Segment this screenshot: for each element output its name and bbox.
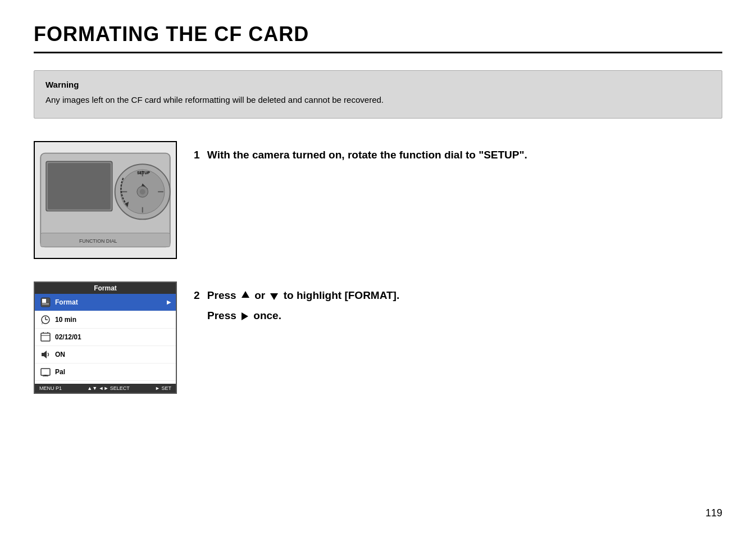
- svg-text:SETUP: SETUP: [137, 170, 150, 174]
- menu-icon-0: [39, 296, 52, 308]
- menu-icon-4: [39, 366, 52, 378]
- or-text: or: [254, 289, 268, 301]
- menu-footer: MENU P1 ▲▼ ◄► SELECT ► SET: [35, 384, 176, 393]
- menu-arrow-0: ▶: [167, 299, 171, 305]
- step-2-press-label: Press: [207, 289, 239, 301]
- page-title: FORMATING THE CF CARD: [34, 22, 722, 53]
- svg-marker-27: [42, 351, 47, 358]
- menu-row-3: ON: [35, 346, 176, 364]
- menu-label-3: ON: [55, 351, 171, 358]
- footer-select: ▲▼ ◄► SELECT: [87, 385, 130, 391]
- menu-image: Format Format ▶ z 10 min 02/12/01: [34, 281, 177, 394]
- menu-label-1: 10 min: [55, 316, 171, 324]
- menu-icon-3: [39, 348, 52, 361]
- step-2-line2: Press once.: [207, 307, 722, 324]
- menu-header: Format: [35, 283, 176, 294]
- step-2-number: 2: [194, 289, 200, 301]
- step-1-section: SETUP FUNCTION DIAL 1 With the camera tu…: [34, 141, 722, 259]
- camera-image: SETUP FUNCTION DIAL: [34, 141, 177, 259]
- step-2-press2-label: Press: [207, 310, 239, 321]
- page-container: FORMATING THE CF CARD Warning Any images…: [0, 0, 756, 536]
- svg-rect-3: [48, 163, 111, 209]
- svg-rect-28: [41, 369, 50, 375]
- step-2-section: Format Format ▶ z 10 min 02/12/01: [34, 281, 722, 394]
- menu-icon-2: [39, 331, 52, 343]
- arrow-right-icon: [242, 312, 248, 320]
- menu-row-0: Format ▶: [35, 294, 176, 311]
- arrow-up-icon: [242, 291, 249, 298]
- step-2-instruction: 2 Press or to highlight [FORMAT]. Press …: [194, 281, 722, 325]
- menu-icon-1: z: [39, 314, 52, 326]
- step-1-number: 1: [194, 149, 200, 161]
- warning-box: Warning Any images left on the CF card w…: [34, 70, 722, 119]
- menu-row-4: Pal: [35, 364, 176, 381]
- page-number: 119: [705, 507, 722, 519]
- arrow-down-icon: [270, 293, 278, 300]
- warning-title: Warning: [45, 80, 711, 89]
- step-1-body: With the camera turned on, rotate the fu…: [207, 149, 527, 161]
- menu-row-1: z 10 min: [35, 311, 176, 329]
- svg-text:FUNCTION DIAL: FUNCTION DIAL: [79, 238, 117, 243]
- step-2-once-label: once.: [253, 310, 281, 321]
- footer-menu-p1: MENU P1: [39, 385, 62, 391]
- svg-rect-23: [41, 333, 50, 341]
- menu-row-2: 02/12/01: [35, 329, 176, 346]
- svg-rect-18: [42, 303, 49, 305]
- menu-label-4: Pal: [55, 368, 171, 376]
- menu-label-0: Format: [55, 298, 167, 306]
- step-1-text: 1 With the camera turned on, rotate the …: [194, 147, 722, 163]
- step-1-instruction: 1 With the camera turned on, rotate the …: [194, 141, 722, 167]
- menu-label-2: 02/12/01: [55, 333, 171, 341]
- step-2-highlight-label: to highlight [FORMAT].: [284, 289, 399, 301]
- svg-point-12: [140, 189, 145, 194]
- warning-text: Any images left on the CF card while ref…: [45, 94, 711, 107]
- svg-rect-17: [42, 299, 46, 303]
- footer-set: ► SET: [155, 385, 171, 391]
- step-2-line1: 2 Press or to highlight [FORMAT].: [194, 287, 722, 304]
